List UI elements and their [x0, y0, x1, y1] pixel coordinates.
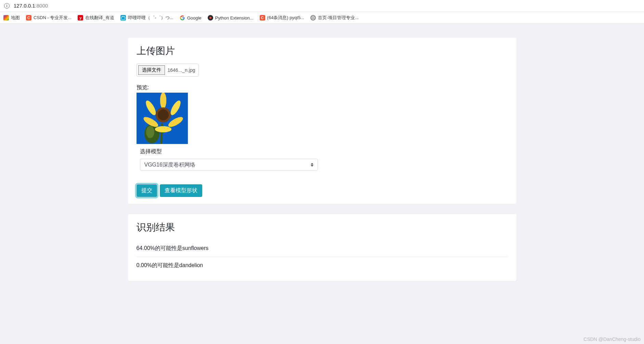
bookmark-maps[interactable]: 地图 [3, 15, 20, 21]
bookmark-label: Python Extension... [215, 15, 254, 21]
csdn-icon: C [260, 15, 265, 21]
bookmarks-bar: 地图 C CSDN - 专业开发... y 在线翻译_有道 哔哩哔哩（゜-゜）つ… [0, 12, 644, 24]
upload-title: 上传图片 [137, 44, 508, 57]
svg-point-7 [146, 126, 154, 138]
results-card: 识别结果 64.00%的可能性是sunflowers 0.00%的可能性是dan… [128, 214, 516, 281]
maps-icon [3, 15, 9, 21]
preview-label: 预览: [137, 84, 508, 91]
bookmark-csdn[interactable]: C CSDN - 专业开发... [26, 15, 72, 21]
bookmark-label: 地图 [11, 15, 20, 21]
bookmark-pm[interactable]: 首页-项目管理专业... [310, 15, 359, 21]
svg-point-3 [209, 17, 211, 19]
bilibili-icon [120, 15, 126, 21]
model-label: 选择模型 [140, 148, 508, 155]
bookmark-pyqt5[interactable]: C (64条消息) pyqt5... [260, 15, 304, 21]
upload-card: 上传图片 选择文件 1646..._n.jpg 预览: [128, 38, 516, 204]
svg-point-22 [158, 109, 169, 120]
url-host[interactable]: 127.0.0.1:8000 [14, 3, 48, 9]
globe-icon [310, 15, 316, 21]
svg-rect-0 [121, 17, 125, 19]
result-item: 0.00%的可能性是dandelion [137, 257, 508, 274]
csdn-icon: C [26, 15, 31, 21]
info-icon[interactable]: i [4, 3, 10, 9]
watermark: CSDN @DanCheng-studio [583, 336, 641, 342]
bookmark-bilibili[interactable]: 哔哩哔哩（゜-゜）つ... [120, 15, 173, 21]
svg-point-15 [160, 93, 166, 109]
view-model-shape-button[interactable]: 查看模型形状 [160, 184, 202, 197]
result-item: 64.00%的可能性是sunflowers [137, 240, 508, 257]
bookmark-label: Google [187, 15, 202, 21]
model-select[interactable]: VGG16深度卷积网络 [140, 159, 318, 171]
bookmark-python-ext[interactable]: Python Extension... [208, 15, 254, 21]
youdao-icon: y [78, 15, 83, 21]
bookmark-label: (64条消息) pyqt5... [267, 15, 304, 21]
selected-filename: 1646..._n.jpg [166, 67, 199, 73]
bookmark-label: 哔哩哔哩（゜-゜）つ... [128, 15, 173, 21]
bookmark-label: 在线翻译_有道 [85, 15, 114, 21]
choose-file-button[interactable]: 选择文件 [138, 65, 165, 75]
results-title: 识别结果 [137, 221, 508, 234]
sunflower-image [137, 93, 188, 144]
bookmark-youdao[interactable]: y 在线翻译_有道 [78, 15, 114, 21]
address-bar: i 127.0.0.1:8000 [0, 0, 644, 12]
bookmark-label: 首页-项目管理专业... [318, 15, 359, 21]
google-icon [180, 15, 185, 21]
bookmark-label: CSDN - 专业开发... [34, 15, 72, 21]
svg-point-18 [155, 126, 171, 132]
submit-button[interactable]: 提交 [137, 184, 157, 197]
preview-image [137, 93, 188, 144]
python-icon [208, 15, 213, 21]
bookmark-google[interactable]: Google [180, 15, 202, 21]
file-input-group[interactable]: 选择文件 1646..._n.jpg [137, 64, 199, 77]
page-content: 上传图片 选择文件 1646..._n.jpg 预览: [0, 24, 644, 291]
